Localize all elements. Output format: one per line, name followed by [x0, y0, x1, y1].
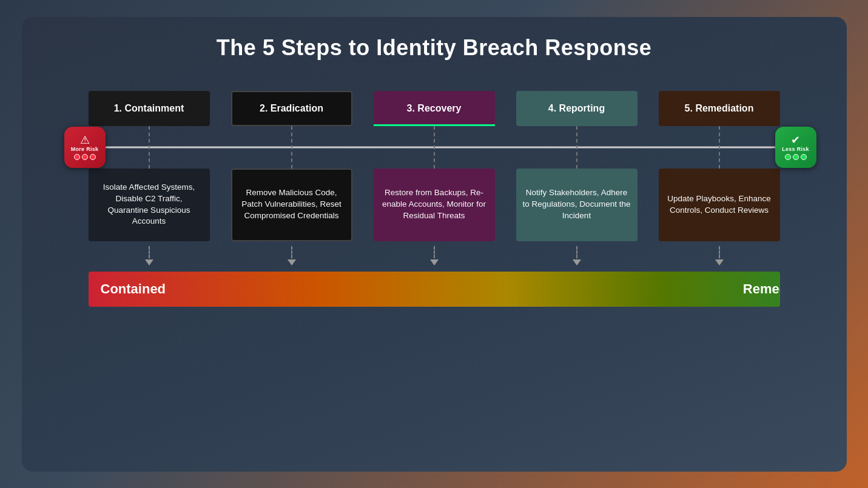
progress-bar: Contained Remediated	[89, 272, 780, 307]
arrow-4	[516, 246, 638, 266]
dot-3	[90, 154, 96, 160]
step-recovery: 3. Recovery	[374, 91, 495, 126]
arrow-1	[89, 246, 210, 266]
dashed-bottom-2	[291, 246, 292, 258]
step-reporting: 4. Reporting	[516, 91, 638, 126]
warning-icon: ⚠	[80, 135, 90, 145]
diagram: 1. Containment 2. Eradication 3. Recover…	[46, 78, 823, 453]
more-risk-dots	[74, 154, 96, 160]
arrows-row	[46, 241, 823, 266]
dashed-bottom-5	[719, 246, 720, 258]
down-arrow-3	[430, 259, 439, 266]
desc-row: Isolate Affected Systems, Disable C2 Tra…	[46, 169, 823, 241]
dashed-bottom-1	[149, 246, 150, 258]
dashed-bottom-3	[434, 246, 435, 258]
check-icon: ✔	[791, 135, 800, 145]
step-eradication: 2. Eradication	[231, 91, 352, 126]
less-risk-badge: ✔ Less Risk	[775, 127, 816, 168]
less-dot-3	[801, 154, 807, 160]
more-risk-badge: ⚠ More Risk	[64, 127, 106, 168]
less-dot-1	[785, 154, 791, 160]
slide: The 5 Steps to Identity Breach Response …	[22, 17, 847, 472]
desc-remediation: Update Playbooks, Enhance Controls, Cond…	[659, 169, 780, 241]
down-arrow-2	[288, 259, 296, 266]
desc-containment: Isolate Affected Systems, Disable C2 Tra…	[89, 169, 210, 241]
arrow-5	[659, 246, 780, 266]
progress-bar-container: Contained Remediated	[89, 272, 780, 307]
arrow-2	[231, 246, 352, 266]
timeline-line	[82, 146, 804, 148]
step-remediation: 5. Remediation	[659, 91, 780, 126]
timeline-row: ⚠ More Risk ✔ Less Risk	[46, 126, 823, 169]
page-title: The 5 Steps to Identity Breach Response	[217, 35, 652, 61]
desc-eradication: Remove Malicious Code, Patch Vulnerabili…	[231, 169, 352, 241]
remediated-label: Remediated	[743, 281, 780, 297]
down-arrow-1	[145, 259, 153, 266]
contained-label: Contained	[101, 281, 166, 297]
dashed-bottom-4	[576, 246, 577, 258]
arrow-3	[374, 246, 495, 266]
dot-1	[74, 154, 80, 160]
less-risk-dots	[785, 154, 807, 160]
steps-row: 1. Containment 2. Eradication 3. Recover…	[46, 78, 823, 126]
dot-2	[82, 154, 88, 160]
down-arrow-4	[573, 259, 581, 266]
down-arrow-5	[715, 259, 724, 266]
desc-recovery: Restore from Backups, Re-enable Accounts…	[374, 169, 495, 241]
step-containment: 1. Containment	[89, 91, 210, 126]
desc-reporting: Notify Stakeholders, Adhere to Regulatio…	[516, 169, 638, 241]
less-dot-2	[793, 154, 799, 160]
